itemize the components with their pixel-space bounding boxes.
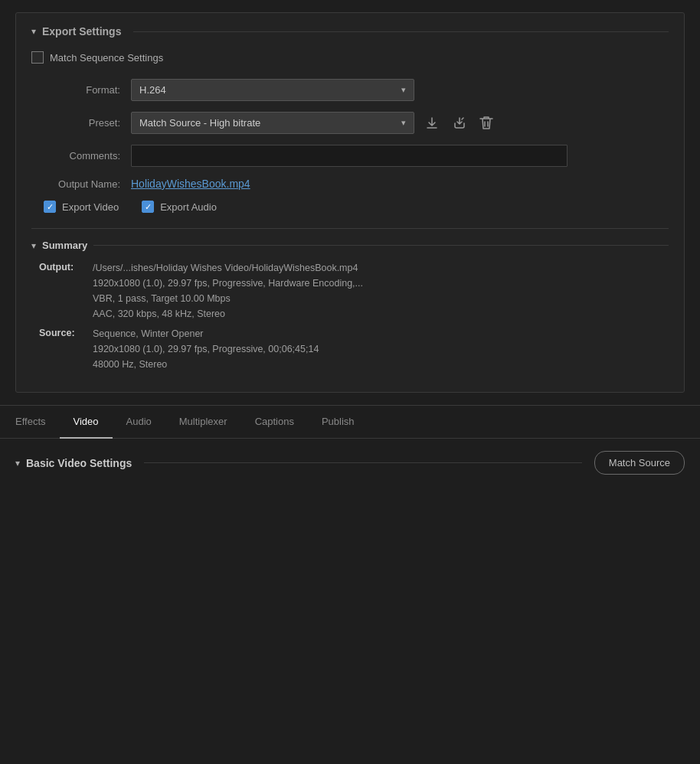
preset-dropdown[interactable]: Match Source - High bitrate ▾	[131, 112, 414, 134]
summary-source-line3: 48000 Hz, Stereo	[93, 357, 319, 372]
format-value: H.264	[139, 84, 166, 96]
summary-source-value: Sequence, Winter Opener 1920x1080 (1.0),…	[93, 326, 319, 372]
preset-label: Preset:	[31, 117, 131, 129]
format-row: Format: H.264 ▾	[31, 79, 669, 101]
export-settings-header: ▾ Export Settings	[31, 25, 669, 38]
import-preset-icon	[452, 116, 467, 131]
match-sequence-label: Match Sequence Settings	[50, 52, 163, 64]
delete-preset-button[interactable]	[476, 113, 497, 134]
summary-output-line2: 1920x1080 (1.0), 29.97 fps, Progressive,…	[93, 276, 363, 291]
summary-output-row: Output: /Users/...ishes/Holiday Wishes V…	[39, 260, 669, 322]
export-settings-chevron[interactable]: ▾	[31, 26, 36, 37]
export-audio-label: Export Audio	[160, 201, 217, 213]
video-settings-section: ▾ Basic Video Settings Match Source	[15, 439, 685, 475]
preset-row: Preset: Match Source - High bitrate ▾	[31, 112, 669, 134]
preset-dropdown-arrow: ▾	[401, 118, 406, 128]
output-name-control-area: HolidayWishesBook.mp4	[131, 178, 669, 190]
preset-actions	[420, 113, 497, 134]
comments-input[interactable]	[131, 145, 568, 167]
summary-divider	[93, 245, 669, 246]
main-panel: ▾ Export Settings Match Sequence Setting…	[0, 12, 700, 475]
preset-value: Match Source - High bitrate	[139, 117, 260, 129]
summary-section: ▾ Summary Output: /Users/...ishes/Holida…	[31, 228, 669, 372]
video-section-divider	[144, 462, 582, 463]
save-preset-icon	[424, 116, 440, 131]
export-audio-checkbox[interactable]: ✓	[142, 201, 154, 213]
summary-source-line1: Sequence, Winter Opener	[93, 326, 319, 341]
format-label: Format:	[31, 84, 131, 96]
match-sequence-row: Match Sequence Settings	[31, 51, 669, 64]
comments-control-area	[131, 145, 669, 167]
summary-output-line4: AAC, 320 kbps, 48 kHz, Stereo	[93, 306, 363, 322]
export-video-checkbox[interactable]: ✓	[44, 201, 56, 213]
tab-audio[interactable]: Audio	[113, 405, 165, 439]
comments-row: Comments:	[31, 145, 669, 167]
export-settings-panel: ▾ Export Settings Match Sequence Setting…	[15, 12, 685, 393]
tabs-bar: Effects Video Audio Multiplexer Captions…	[0, 405, 700, 439]
tab-multiplexer[interactable]: Multiplexer	[165, 405, 241, 439]
basic-video-settings-title: Basic Video Settings	[26, 457, 132, 469]
summary-output-value: /Users/...ishes/Holiday Wishes Video/Hol…	[93, 260, 363, 322]
summary-source-row: Source: Sequence, Winter Opener 1920x108…	[39, 326, 669, 372]
export-video-label: Export Video	[62, 201, 119, 213]
summary-content: Output: /Users/...ishes/Holiday Wishes V…	[31, 260, 669, 372]
save-preset-button[interactable]	[420, 113, 443, 134]
summary-output-label: Output:	[39, 260, 93, 322]
format-dropdown-arrow: ▾	[401, 85, 406, 95]
summary-source-line2: 1920x1080 (1.0), 29.97 fps, Progressive,…	[93, 341, 319, 357]
tab-publish[interactable]: Publish	[308, 405, 368, 439]
format-dropdown[interactable]: H.264 ▾	[131, 79, 414, 101]
video-settings-chevron[interactable]: ▾	[15, 458, 20, 469]
summary-chevron[interactable]: ▾	[31, 240, 36, 251]
header-divider	[133, 31, 669, 32]
import-preset-button[interactable]	[448, 113, 471, 134]
output-name-row: Output Name: HolidayWishesBook.mp4	[31, 178, 669, 190]
export-audio-item: ✓ Export Audio	[142, 201, 217, 213]
summary-title: Summary	[42, 240, 87, 251]
tab-effects[interactable]: Effects	[15, 405, 60, 439]
summary-header: ▾ Summary	[31, 240, 669, 251]
comments-label: Comments:	[31, 150, 131, 162]
delete-preset-icon	[479, 116, 493, 131]
match-source-button[interactable]: Match Source	[594, 451, 685, 475]
export-video-item: ✓ Export Video	[44, 201, 119, 213]
preset-control-area: Match Source - High bitrate ▾	[131, 112, 669, 134]
summary-source-label: Source:	[39, 326, 93, 372]
output-name-link[interactable]: HolidayWishesBook.mp4	[131, 178, 250, 190]
summary-output-path: /Users/...ishes/Holiday Wishes Video/Hol…	[93, 260, 363, 276]
format-control-area: H.264 ▾	[131, 79, 669, 101]
match-sequence-checkbox[interactable]	[31, 51, 44, 64]
summary-output-line3: VBR, 1 pass, Target 10.00 Mbps	[93, 291, 363, 306]
video-section-left: ▾ Basic Video Settings	[15, 457, 132, 469]
output-name-label: Output Name:	[31, 178, 131, 190]
export-settings-title: Export Settings	[42, 25, 121, 38]
export-checks-row: ✓ Export Video ✓ Export Audio	[31, 201, 669, 213]
tab-video[interactable]: Video	[60, 405, 113, 439]
tab-captions[interactable]: Captions	[241, 405, 308, 439]
video-section-header: ▾ Basic Video Settings Match Source	[15, 451, 685, 475]
